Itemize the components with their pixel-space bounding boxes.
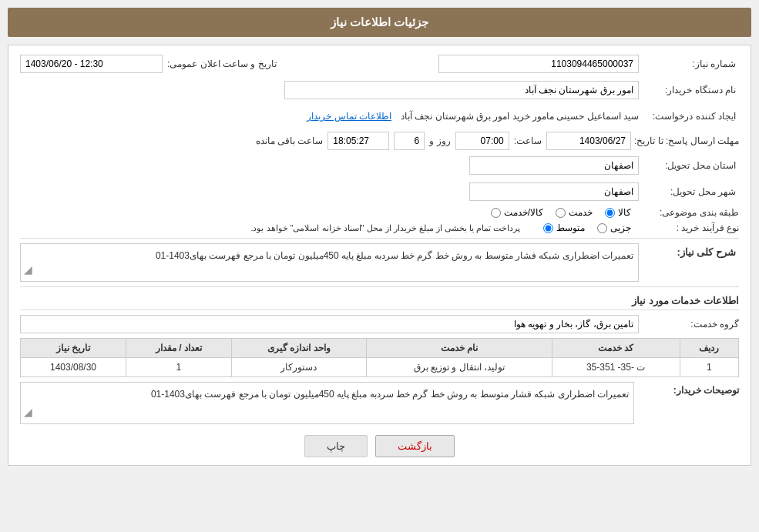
category-label: طبقه بندی موضوعی: — [639, 207, 739, 218]
table-cell-row: 1 — [680, 358, 738, 377]
announce-label: تاریخ و ساعت اعلان عمومی: — [167, 59, 277, 69]
buyer-desc-label: توصیحات خریدار: — [639, 382, 739, 396]
deadline-date-input — [546, 132, 631, 150]
service-group-label: گروه خدمت: — [639, 319, 739, 330]
category-kala-radio[interactable] — [605, 208, 615, 218]
creator-label: ایجاد کننده درخواست: — [639, 111, 739, 122]
category-kala-khadamat-radio[interactable] — [491, 208, 501, 218]
table-cell-name: تولید، انتقال و توزیع برق — [367, 358, 552, 377]
table-cell-unit: دستورکار — [231, 358, 366, 377]
print-button[interactable]: چاپ — [304, 435, 368, 457]
table-col-qty: تعداد / مقدار — [126, 339, 231, 358]
category-kala-khadamat-label: کالا/خدمت — [504, 207, 543, 218]
purchase-motevaset-radio[interactable] — [543, 223, 553, 233]
deadline-day-input — [394, 132, 425, 150]
province-input — [469, 156, 639, 175]
table-col-date: تاریخ نیاز — [21, 339, 126, 358]
category-khadamat-radio[interactable] — [556, 208, 566, 218]
table-cell-code: ت -35- 351-35 — [552, 358, 680, 377]
purchase-motevaset-label: متوسط — [556, 223, 585, 233]
province-label: استان محل تحویل: — [639, 160, 739, 171]
deadline-label: مهلت ارسال پاسخ: تا تاریخ: — [634, 136, 739, 146]
buyer-org-label: نام دستگاه خریدار: — [639, 85, 739, 95]
purchase-jozvi-radio[interactable] — [597, 223, 607, 233]
table-col-code: کد خدمت — [552, 339, 680, 358]
creator-value: سید اسماعیل حسینی مامور خرید امور برق شه… — [401, 111, 639, 122]
category-khadamat-label: خدمت — [569, 207, 593, 218]
need-number-input[interactable] — [438, 55, 639, 73]
buyer-desc-box: تعمیرات اضطراری شبکه فشار متوسط به روش خ… — [20, 382, 634, 424]
table-col-name: نام خدمت — [367, 339, 552, 358]
category-kala-label: کالا — [618, 207, 631, 218]
buyer-desc-text: تعمیرات اضطراری شبکه فشار متوسط به روش خ… — [151, 389, 629, 400]
purchase-type-radio-group: جزیی متوسط — [543, 223, 631, 233]
table-col-row: ردیف — [680, 339, 738, 358]
city-input — [469, 182, 639, 201]
deadline-time-input — [455, 132, 509, 150]
city-label: شهر محل تحویل: — [639, 186, 739, 197]
purchase-type-label: نوع فرآیند خرید : — [639, 223, 739, 233]
items-table: ردیف کد خدمت نام خدمت واحد اندازه گیری ت… — [20, 338, 739, 377]
deadline-day-label: روز و — [429, 136, 450, 146]
need-number-label: شماره نیاز: — [639, 59, 739, 69]
back-button[interactable]: بازگشت — [375, 435, 455, 457]
deadline-time-label: ساعت: — [514, 136, 542, 146]
resize-icon: ◢ — [24, 261, 32, 278]
table-cell-date: 1403/08/30 — [21, 358, 126, 377]
deadline-remaining-label: ساعت باقی مانده — [256, 136, 324, 146]
table-row: 1ت -35- 351-35تولید، انتقال و توزیع برقد… — [21, 358, 739, 377]
need-desc-header: شرح کلی نیاز: — [639, 243, 739, 258]
resize-icon-2: ◢ — [24, 403, 32, 420]
contact-link[interactable]: اطلاعات تماس خریدار — [307, 111, 391, 122]
table-col-unit: واحد اندازه گیری — [231, 339, 366, 358]
page-title: جزئیات اطلاعات نیاز — [8, 8, 751, 37]
need-desc-text: تعمیرات اضطراری شبکه فشار متوسط به روش خ… — [156, 250, 633, 261]
table-cell-quantity: 1 — [126, 358, 231, 377]
services-header: اطلاعات خدمات مورد نیاز — [20, 295, 739, 310]
buttons-row: بازگشت چاپ — [20, 435, 739, 457]
purchase-jozvi-label: جزیی — [610, 223, 631, 233]
purchase-note: پرداخت تمام یا بخشی از مبلغ خریدار از مح… — [20, 223, 520, 233]
announce-date-input — [20, 55, 163, 73]
buyer-org-input — [284, 81, 639, 99]
need-desc-box: تعمیرات اضطراری شبکه فشار متوسط به روش خ… — [20, 243, 639, 282]
service-group-input — [20, 315, 639, 333]
category-radio-group: کالا خدمت کالا/خدمت — [491, 207, 631, 218]
deadline-remaining-input — [327, 132, 389, 150]
